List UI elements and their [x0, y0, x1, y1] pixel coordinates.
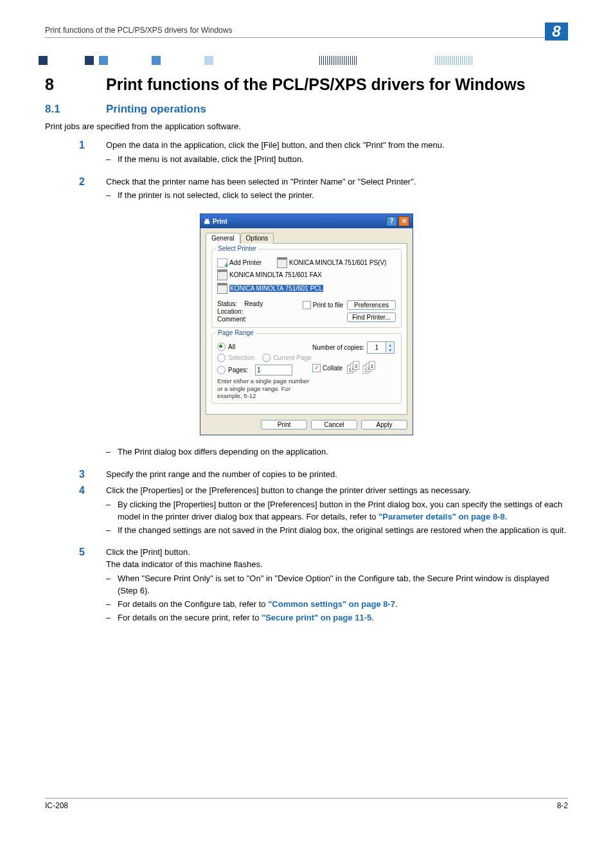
status-value: Ready [244, 300, 263, 307]
dialog-titlebar: 🖶 Print ? ✕ [200, 214, 413, 228]
printer-pcl-selected[interactable]: KONICA MINOLTA 751/601 PCL [217, 283, 323, 294]
section-heading: 8.1Printing operations [45, 103, 568, 116]
chapter-number-badge: 8 [545, 23, 568, 41]
add-printer-icon [217, 258, 227, 267]
footer-left: IC-208 [45, 801, 68, 810]
status-label: Status: [217, 300, 237, 307]
comment-label: Comment: [217, 316, 263, 323]
printer-icon [277, 257, 287, 268]
select-printer-group-title: Select Printer [216, 245, 258, 252]
print-to-file-checkbox[interactable]: Print to file [303, 301, 343, 309]
spin-down-icon[interactable]: ▼ [386, 347, 394, 352]
radio-current-page: Current Page [262, 354, 311, 362]
help-icon[interactable]: ? [386, 216, 397, 226]
printer-icon [217, 283, 227, 294]
printer-ps[interactable]: KONICA MINOLTA 751/601 PS(V) [277, 257, 386, 268]
cancel-button[interactable]: Cancel [311, 420, 357, 429]
pages-help-text: Enter either a single page number or a s… [217, 377, 312, 399]
copies-spinner[interactable]: ▲▼ [367, 341, 395, 354]
page-range-group-title: Page Range [216, 329, 256, 336]
collate-checkbox[interactable]: Collate [312, 364, 342, 372]
find-printer-button[interactable]: Find Printer... [347, 312, 396, 322]
step-2: 2 Check that the printer name has been s… [45, 176, 568, 209]
page-footer: IC-208 8-2 [45, 798, 568, 810]
close-icon[interactable]: ✕ [398, 216, 409, 226]
copies-label: Number of copies: [312, 344, 364, 351]
tab-options[interactable]: Options [240, 233, 274, 244]
printer-fax[interactable]: KONICA MINOLTA 751/601 FAX [217, 269, 322, 280]
intro-text: Print jobs are specified from the applic… [45, 121, 568, 133]
chapter-heading: 8Print functions of the PCL/PS/XPS drive… [45, 75, 568, 94]
spin-up-icon[interactable]: ▲ [386, 342, 394, 347]
svg-text:3: 3 [371, 364, 373, 368]
collate-icon: 1 2 3 1 2 3 [346, 360, 376, 375]
link-parameter-details[interactable]: "Parameter details" on page 8-8 [378, 512, 505, 521]
link-secure-print[interactable]: "Secure print" on page 11-5 [262, 613, 371, 622]
step2-note1: If the printer is not selected, click to… [106, 190, 568, 202]
print-dialog: 🖶 Print ? ✕ General Options Select Print… [200, 213, 413, 435]
printer-icon: 🖶 [204, 218, 210, 225]
step-5: 5 Click the [Print] button. The data ind… [45, 547, 568, 630]
apply-button[interactable]: Apply [361, 420, 407, 429]
link-common-settings[interactable]: "Common settings" on page 8-7 [268, 599, 395, 609]
step-1: 1 Open the data in the application, clic… [45, 140, 568, 172]
decorative-band [39, 56, 574, 65]
radio-pages[interactable]: Pages: [217, 365, 312, 375]
step-2-after: The Print dialog box differs depending o… [45, 444, 568, 465]
step1-note1: If the menu is not available, click the … [106, 154, 568, 166]
preferences-button[interactable]: Preferences [347, 300, 396, 310]
step-3: 3 Specify the print range and the number… [45, 469, 568, 481]
location-label: Location: [217, 308, 263, 315]
footer-right: 8-2 [557, 801, 568, 810]
tab-general[interactable]: General [206, 233, 240, 244]
header-title: Print functions of the PCL/PS/XPS driver… [45, 26, 232, 35]
print-button[interactable]: Print [261, 420, 307, 429]
printer-icon [217, 269, 227, 280]
add-printer-item[interactable]: Add Printer [217, 257, 262, 268]
radio-all[interactable]: All [217, 343, 312, 351]
svg-text:3: 3 [355, 364, 357, 368]
radio-selection: Selection [217, 354, 254, 362]
step-4: 4 Click the [Properties] or the [Prefere… [45, 485, 568, 543]
pages-input[interactable] [255, 365, 292, 375]
